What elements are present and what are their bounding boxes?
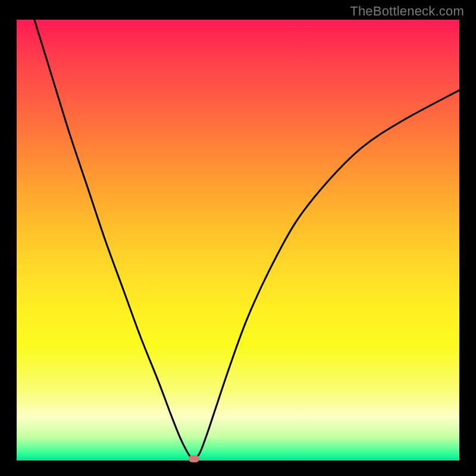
plot-area (17, 20, 459, 461)
optimal-point-marker (189, 455, 199, 462)
watermark-text: TheBottleneck.com (350, 4, 464, 19)
chart-frame: TheBottleneck.com (0, 0, 476, 476)
curve-svg (17, 20, 459, 461)
bottleneck-curve (35, 20, 459, 461)
